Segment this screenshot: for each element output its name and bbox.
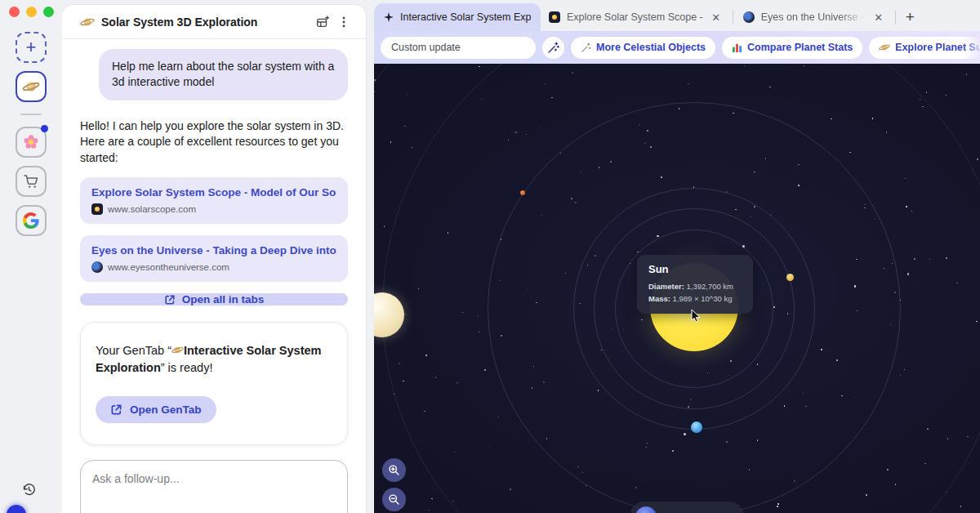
tab-separator [895,11,896,25]
link-url: www.solarscope.com [108,204,196,214]
gentab-text-prefix: Your GenTab “ [96,344,172,357]
tab-separator [733,11,733,25]
user-message-bubble: Help me learn about the solar system wit… [99,49,348,100]
sparkle-icon [384,12,394,22]
planet-mercury[interactable] [742,245,745,248]
history-icon[interactable] [21,482,37,497]
sidebar-item-shopping[interactable] [16,166,47,197]
compare-planet-stats-button[interactable]: Compare Planet Stats [722,37,862,59]
new-tab-button[interactable]: + [898,8,924,31]
link-url: www.eyesontheuniverse.com [108,262,229,272]
app-window: + [0,0,980,513]
new-gentab-icon[interactable] [312,11,333,33]
tab-solar-system-scope[interactable]: Explore Solar System Scope - ✕ [541,3,731,31]
link-card-solarscope[interactable]: Explore Solar System Scope - Model of Ou… [80,177,348,224]
mouse-cursor [691,309,702,323]
saturn-icon [80,15,95,29]
close-tab-icon[interactable]: ✕ [710,11,723,24]
link-title[interactable]: Explore Solar System Scope - Model of Ou… [91,186,336,199]
tab-label: Eyes on the Universe - Taking [761,11,866,23]
sidebar-item-google[interactable] [16,205,47,236]
gentab-text-suffix: ” is ready! [161,361,213,374]
tooltip-mass: Mass: 1.989 × 10^30 kg [648,293,742,306]
tooltip-title: Sun [648,263,742,275]
tab-eyes-on-universe[interactable]: Eyes on the Universe - Taking ✕ [735,3,893,31]
solarscope-favicon [549,11,560,23]
open-all-label: Open all in tabs [182,293,265,306]
chat-panel: Solar System 3D Exploration Help me lear… [62,5,366,513]
open-gentab-label: Open GenTab [130,404,202,416]
zoom-out-button[interactable] [382,488,406,511]
explore-planet-surfaces-button[interactable]: Explore Planet Surfac [869,37,980,59]
open-gentab-button[interactable]: Open GenTab [96,396,216,423]
browser-region: Interactive Solar System Explor... Explo… [374,0,980,513]
tab-strip: Interactive Solar System Explor... Explo… [374,0,980,31]
new-space-button[interactable]: + [16,32,47,63]
followup-input[interactable] [80,460,348,513]
wand-icon [581,42,591,53]
link-card-eyes-universe[interactable]: Eyes on the Universe - Taking a Deep Div… [80,235,348,282]
sun-tooltip: Sun Diameter: 1,392,700 km Mass: 1.989 ×… [637,255,753,314]
window-controls [0,7,62,17]
eyes-universe-favicon [743,11,755,23]
gentab-toolbar: More Celestial Objects Compare Planet St… [374,31,980,64]
assistant-message: Hello! I can help you explore the solar … [80,118,348,167]
tab-label: Explore Solar System Scope - [567,11,703,23]
kebab-menu-icon[interactable] [333,11,354,33]
planet-venus[interactable] [786,274,794,281]
magic-wand-button[interactable] [542,37,564,59]
planet-info-panel[interactable] [630,502,743,513]
chat-header: Solar System 3D Exploration [62,5,366,39]
open-all-in-tabs-button[interactable]: Open all in tabs [80,293,348,306]
cart-icon [23,173,39,190]
saturn-icon [22,78,40,96]
saturn-icon [879,42,890,53]
flower-icon [23,134,39,150]
chat-title: Solar System 3D Exploration [101,16,312,29]
sidebar-item-flower[interactable] [16,127,47,158]
zoom-in-button[interactable] [382,458,406,482]
tab-interactive-solar-system[interactable]: Interactive Solar System Explor... [374,3,541,31]
chat-body: Help me learn about the solar system wit… [62,39,366,513]
pill-label: Explore Planet Surfac [895,42,980,53]
gentab-ready-card: Your GenTab “Interactive Solar System Ex… [80,322,348,445]
sidebar-divider [20,114,42,115]
solarscope-favicon [91,203,103,215]
sidebar-item-solar-system[interactable] [16,71,47,102]
eyes-universe-favicon [91,261,103,273]
notification-dot [41,125,48,132]
bar-chart-icon [732,42,742,53]
tab-label: Interactive Solar System Explor... [400,11,531,23]
tooltip-diameter: Diameter: 1,392,700 km [648,281,742,293]
pill-label: More Celestial Objects [596,42,706,53]
planet-earth[interactable] [691,422,702,433]
external-link-icon [110,404,122,416]
external-link-icon [164,294,176,306]
close-window-button[interactable] [9,7,20,17]
planet-mars[interactable] [520,190,525,195]
link-title[interactable]: Eyes on the Universe - Taking a Deep Div… [91,244,336,256]
more-celestial-objects-button[interactable]: More Celestial Objects [571,37,715,59]
sidebar: + [0,0,62,513]
minimize-window-button[interactable] [26,7,37,17]
custom-update-input[interactable] [381,37,536,59]
saturn-icon [172,344,184,356]
maximize-window-button[interactable] [43,7,54,17]
google-logo-icon [23,212,39,229]
solar-system-canvas[interactable]: Sun Diameter: 1,392,700 km Mass: 1.989 ×… [374,64,980,513]
pill-label: Compare Planet Stats [747,42,853,53]
planet-thumbnail [635,506,657,513]
close-tab-icon[interactable]: ✕ [872,11,885,24]
gentab-text: Your GenTab “Interactive Solar System Ex… [96,342,332,377]
moon [684,433,686,435]
plus-icon: + [26,37,37,58]
profile-orb[interactable] [7,505,26,513]
